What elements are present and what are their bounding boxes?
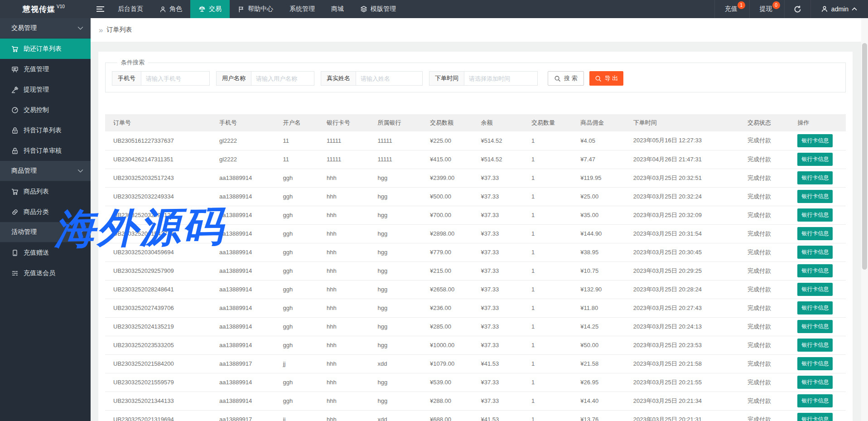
table-cell: UB2303252021559579	[105, 373, 211, 392]
nav-item-label: 系统管理	[289, 5, 315, 13]
table-cell: 2023年05月16日 12:27:33	[625, 131, 739, 150]
table-cell: 1	[523, 336, 572, 354]
table-cell-actions: 银行卡信息	[789, 131, 846, 150]
table-cell: 完成付款	[739, 131, 789, 150]
table-cell: ¥37.33	[473, 261, 523, 280]
sidebar-item-douyin-order-audit[interactable]: 抖音订单审核	[0, 140, 91, 161]
main-nav: 后台首页角色交易帮助中心系统管理商城模版管理	[110, 0, 404, 18]
table-cell: 完成付款	[739, 150, 789, 169]
username-input[interactable]	[251, 71, 314, 86]
bank-card-info-button[interactable]: 银行卡信息	[797, 413, 833, 421]
search-button[interactable]: 搜 索	[548, 71, 584, 86]
sidebar-item-recharge-gift[interactable]: 充值赠送	[0, 242, 91, 263]
bank-card-info-button[interactable]: 银行卡信息	[797, 171, 833, 184]
table-cell: 完成付款	[739, 280, 789, 299]
table-cell: 1	[523, 317, 572, 336]
brand-logo: 慧视传媒 V10	[0, 0, 91, 18]
sidebar-section-goods-mgmt[interactable]: 商品管理	[0, 161, 91, 181]
table-cell: UB2303252024135219	[105, 317, 211, 336]
sidebar-item-repay-order-list[interactable]: 助还订单列表	[0, 39, 91, 59]
table-cell: hhh	[318, 243, 369, 261]
table-cell: ¥700.00	[422, 206, 473, 224]
nav-item-template[interactable]: 模版管理	[352, 0, 404, 18]
export-button-label: 导 出	[605, 74, 618, 82]
bank-card-info-button[interactable]: 银行卡信息	[797, 339, 833, 352]
table-cell: aa13889917	[211, 354, 275, 373]
sidebar-item-label: 抖音订单列表	[24, 126, 62, 135]
table-cell: ¥41.53	[473, 354, 523, 373]
table-cell: UB2303252023533205	[105, 336, 211, 354]
bank-card-info-button[interactable]: 银行卡信息	[797, 134, 833, 147]
table-row: UB2303252021559579aa13889914gghhhhhgg¥53…	[105, 373, 846, 392]
nav-item-withdraw[interactable]: 提现 0	[749, 0, 784, 18]
bank-card-info-button[interactable]: 银行卡信息	[797, 264, 833, 277]
nav-item-trade[interactable]: 交易	[190, 0, 230, 18]
sidebar-section-label: 商品管理	[11, 167, 37, 175]
table-cell: 完成付款	[739, 354, 789, 373]
table-cell: 1	[523, 224, 572, 243]
sidebar-item-withdraw-mgmt[interactable]: 提现管理	[0, 79, 91, 100]
bank-card-info-button[interactable]: 银行卡信息	[797, 376, 833, 389]
refresh-button[interactable]	[784, 0, 810, 18]
sidebar-section-trade-mgmt[interactable]: 交易管理	[0, 18, 91, 39]
chevron-down-icon	[77, 169, 83, 173]
scrollbar-thumb[interactable]	[862, 43, 867, 270]
bank-card-info-button[interactable]: 银行卡信息	[797, 190, 833, 203]
bank-card-info-button[interactable]: 银行卡信息	[797, 301, 833, 315]
table-cell: ggh	[275, 317, 318, 336]
bank-card-info-button[interactable]: 银行卡信息	[797, 394, 833, 407]
table-cell: ggh	[275, 299, 318, 317]
table-cell: ¥2898.00	[422, 224, 473, 243]
vertical-scrollbar[interactable]	[861, 18, 868, 421]
table-cell: ¥132.90	[572, 280, 625, 299]
table-cell: 2023年03月25日 20:32:24	[625, 187, 739, 206]
search-panel: 条件搜索 手机号用户名称真实姓名下单时间 搜 索 导 出	[105, 58, 846, 92]
nav-item-mall[interactable]: 商城	[323, 0, 352, 18]
bank-card-info-button[interactable]: 银行卡信息	[797, 246, 833, 259]
table-cell: 完成付款	[739, 392, 789, 410]
sidebar-item-recharge-mgmt[interactable]: 充值管理	[0, 59, 91, 79]
nav-item-help[interactable]: 帮助中心	[230, 0, 281, 18]
layers-icon	[360, 5, 367, 13]
scales-icon	[198, 5, 206, 13]
table-cell: ggh	[275, 224, 318, 243]
table-cell: ¥14.25	[572, 317, 625, 336]
bank-card-info-button[interactable]: 银行卡信息	[797, 227, 833, 240]
table-cell: xdd	[369, 410, 421, 421]
table-cell-actions: 银行卡信息	[789, 261, 846, 280]
sidebar-section-activity-mgmt[interactable]: 活动管理	[0, 222, 91, 242]
sidebar-item-goods-list[interactable]: 商品列表	[0, 181, 91, 202]
bank-card-info-button[interactable]: 银行卡信息	[797, 208, 833, 222]
nav-item-system[interactable]: 系统管理	[281, 0, 323, 18]
sidebar-item-douyin-order-list[interactable]: 抖音订单列表	[0, 120, 91, 140]
phone-input[interactable]	[141, 71, 210, 86]
table-cell: 11111	[369, 150, 421, 169]
nav-item-label: 帮助中心	[248, 5, 273, 13]
recharge-label: 充值	[725, 5, 738, 13]
bank-card-info-button[interactable]: 银行卡信息	[797, 357, 833, 370]
sidebar-item-trade-control[interactable]: 交易控制	[0, 100, 91, 120]
table-cell: ¥37.33	[473, 280, 523, 299]
bank-card-info-button[interactable]: 银行卡信息	[797, 153, 833, 166]
realname-input[interactable]	[356, 71, 423, 86]
bank-card-info-button[interactable]: 银行卡信息	[797, 283, 833, 296]
user-menu[interactable]: admin	[810, 0, 868, 18]
table-cell: ¥500.00	[422, 187, 473, 206]
search-group-order-time: 下单时间	[429, 71, 538, 86]
sidebar-item-recharge-vip[interactable]: 充值送会员	[0, 263, 91, 283]
bank-card-info-button[interactable]: 银行卡信息	[797, 320, 833, 333]
search-icon	[554, 75, 561, 82]
table-row: UB2303252021319694aa13889917jjhhhxdd¥688…	[105, 410, 846, 421]
table-cell: ¥1000.00	[422, 336, 473, 354]
nav-item-recharge[interactable]: 充值 1	[714, 0, 749, 18]
table-row: UB2303252021584200aa13889917jjhhhxdd¥107…	[105, 354, 846, 373]
nav-item-roles[interactable]: 角色	[151, 0, 190, 18]
table-cell: hgg	[369, 317, 421, 336]
menu-toggle-button[interactable]	[91, 0, 110, 18]
export-button[interactable]: 导 出	[589, 71, 624, 86]
navbar-right: 充值 1 提现 0 admin	[714, 0, 868, 18]
table-cell: gl2222	[211, 150, 275, 169]
order-time-input[interactable]	[464, 71, 538, 86]
nav-item-home[interactable]: 后台首页	[110, 0, 151, 18]
sidebar-item-goods-category[interactable]: 商品分类	[0, 202, 91, 222]
